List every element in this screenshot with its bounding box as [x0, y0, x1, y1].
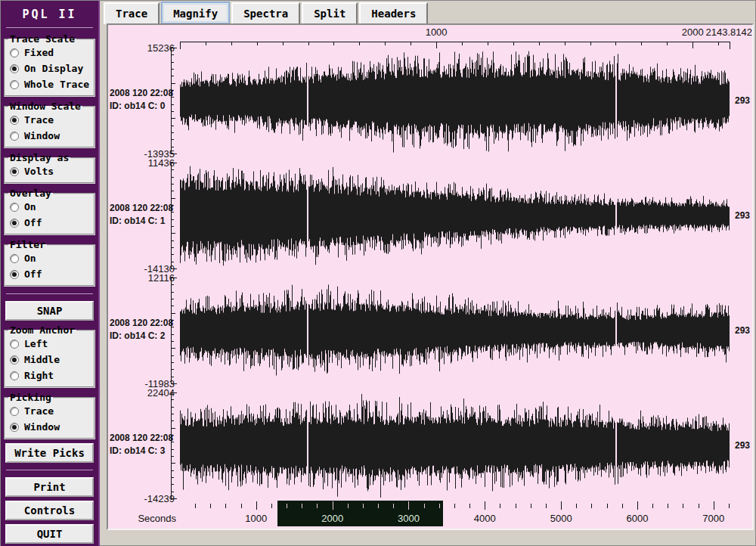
- radio-off[interactable]: Off: [8, 215, 91, 231]
- bottom-ruler-tick: [561, 501, 562, 510]
- y-ruler-tick: [171, 247, 174, 248]
- y-ruler-tick: [171, 219, 174, 220]
- radio-window-icon: [10, 423, 19, 432]
- radio-on-display-icon: [10, 64, 19, 73]
- radio-fixed[interactable]: Fixed: [8, 45, 91, 60]
- radio-on[interactable]: On: [8, 250, 91, 266]
- y-ruler-tick: [171, 212, 174, 213]
- tab-bar: TraceMagnifySpectraSplitHeaders: [104, 2, 428, 24]
- trace-0-datetime-label: 2008 120 22:08: [110, 88, 173, 98]
- waveform-canvas-2[interactable]: [180, 278, 730, 383]
- tab-trace[interactable]: Trace: [104, 2, 160, 24]
- radio-trace[interactable]: Trace: [8, 112, 91, 128]
- bottom-axis-label-3: 4000: [474, 513, 496, 524]
- radio-right[interactable]: Right: [8, 368, 91, 383]
- controls-button[interactable]: Controls: [5, 501, 94, 520]
- radio-left[interactable]: Left: [8, 336, 91, 352]
- bottom-ruler-tick: [271, 504, 272, 508]
- tab-magnify[interactable]: Magnify: [161, 2, 230, 24]
- y-ruler-tick: [171, 233, 175, 234]
- radio-left-icon: [10, 340, 19, 349]
- radio-middle-icon: [10, 355, 19, 365]
- waveform-canvas-3[interactable]: [180, 392, 730, 498]
- window-scale-group-title: Window Scale: [8, 101, 82, 112]
- radio-window[interactable]: Window: [8, 128, 91, 144]
- bottom-axis-label-6: 7000: [702, 513, 724, 524]
- seconds-unit-label: Seconds: [138, 513, 176, 524]
- radio-on[interactable]: On: [8, 199, 91, 215]
- tab-spectra[interactable]: Spectra: [231, 2, 300, 24]
- bottom-ruler-tick: [652, 504, 653, 508]
- y-ruler-tick: [171, 254, 174, 255]
- picking-group: PickingTraceWindow: [4, 392, 95, 439]
- top-ruler-tick: [257, 42, 258, 45]
- radio-off-icon: [10, 219, 19, 228]
- radio-window[interactable]: Window: [8, 419, 91, 435]
- y-ruler-tick: [171, 111, 174, 112]
- top-ruler-tick: [231, 42, 232, 45]
- y-ruler-tick: [171, 54, 174, 55]
- bottom-ruler-tick: [729, 504, 730, 508]
- filter-group: FilterOnOff: [4, 239, 95, 287]
- radio-off[interactable]: Off: [8, 266, 91, 282]
- y-ruler-tick: [171, 205, 174, 206]
- tab-headers[interactable]: Headers: [359, 2, 428, 24]
- y-ruler-tick: [171, 240, 174, 241]
- radio-off-label: Off: [24, 268, 42, 280]
- y-ruler-tick: [171, 69, 174, 70]
- bottom-ruler-tick: [393, 504, 394, 508]
- radio-volts-label: Volts: [24, 166, 54, 177]
- top-ruler-tick: [615, 42, 616, 45]
- quit-button[interactable]: QUIT: [5, 524, 94, 544]
- radio-trace[interactable]: Trace: [8, 403, 91, 419]
- y-ruler-tick: [171, 284, 174, 285]
- waveform-canvas-1[interactable]: [180, 163, 730, 268]
- write-picks-button[interactable]: Write Picks: [5, 443, 94, 463]
- top-ruler-tick: [411, 42, 411, 45]
- radio-trace-label: Trace: [24, 114, 54, 126]
- y-ruler-tick: [171, 262, 174, 262]
- bottom-ruler-tick: [500, 504, 500, 508]
- y-ruler-tick: [171, 362, 174, 363]
- trace-3-datetime-label: 2008 120 22:08: [110, 433, 173, 443]
- y-ruler-tick: [171, 414, 174, 414]
- y-ruler-tick: [171, 118, 175, 119]
- print-button[interactable]: Print: [5, 477, 94, 497]
- picking-group-title: Picking: [8, 392, 53, 403]
- radio-on-display[interactable]: On Display: [8, 60, 91, 76]
- radio-middle[interactable]: Middle: [8, 352, 91, 368]
- bottom-ruler-tick: [637, 501, 638, 510]
- tab-split[interactable]: Split: [302, 2, 358, 24]
- waveform-canvas-0[interactable]: [180, 48, 730, 154]
- y-ruler-tick: [171, 48, 177, 48]
- bottom-ruler-tick: [531, 504, 531, 508]
- radio-on-display-label: On Display: [24, 63, 83, 74]
- radio-off-label: Off: [24, 217, 42, 228]
- y-ruler-tick: [171, 477, 174, 478]
- y-ruler-tick: [171, 407, 174, 408]
- trace-0-right-label: 293: [735, 95, 750, 106]
- radio-trace-icon: [10, 116, 19, 125]
- trace-3-id-label: ID: ob14 C: 3: [110, 445, 165, 456]
- trace-scale-group: Trace ScaleFixedOn DisplayWhole Trace: [4, 33, 95, 97]
- radio-window-label: Window: [24, 130, 60, 141]
- bottom-axis-label-0: 1000: [245, 513, 267, 524]
- bottom-ruler-tick: [302, 504, 302, 508]
- y-ruler-tick: [171, 355, 174, 356]
- top-ruler-tick: [462, 42, 463, 45]
- selection-window[interactable]: 1000200030004000500060007000: [277, 501, 443, 526]
- y-ruler-tick: [171, 470, 174, 471]
- radio-volts[interactable]: Volts: [8, 163, 91, 179]
- y-ruler-tick: [171, 191, 174, 191]
- bottom-ruler-tick: [607, 504, 608, 508]
- snap-button[interactable]: SNAP: [5, 301, 94, 321]
- y-ruler-tick: [171, 442, 174, 442]
- radio-whole-trace[interactable]: Whole Trace: [8, 76, 91, 92]
- zoom-anchor-group-title: Zoom Anchor: [8, 324, 76, 336]
- bottom-axis-label-1: 2000: [321, 513, 343, 524]
- y-ruler-tick: [171, 97, 174, 98]
- bottom-ruler-tick: [225, 504, 226, 508]
- y-ruler-tick: [171, 126, 174, 126]
- radio-right-label: Right: [24, 370, 54, 381]
- trace-2-datetime-label: 2008 120 22:08: [110, 318, 173, 328]
